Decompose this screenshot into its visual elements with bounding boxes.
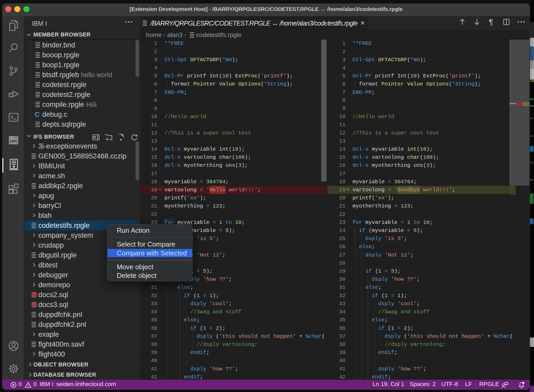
svg-text:/API: /API (10, 139, 17, 143)
